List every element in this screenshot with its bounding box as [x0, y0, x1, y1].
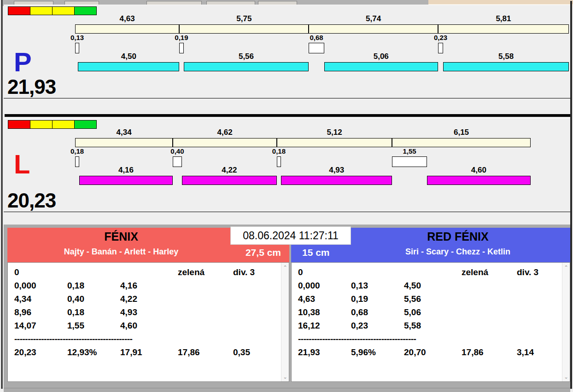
split-time-label: 5,74 — [366, 15, 381, 23]
table-cell: 5,06 — [404, 306, 462, 319]
table-cell: 3,14 — [517, 346, 562, 359]
exchange-time-label: 1,55 — [403, 148, 416, 155]
table-cell: 0 — [298, 265, 351, 279]
team-panel-fenix: FÉNIX Najty - Banán - Arlett - Harley 27… — [7, 228, 289, 382]
table-cell: 17,86 — [462, 346, 517, 359]
table-cell: 4,50 — [404, 279, 462, 292]
exchange-box — [309, 43, 324, 53]
team-names-zone: FÉNIX Najty - Banán - Arlett - Harley — [7, 228, 235, 262]
run-bar — [324, 62, 438, 71]
team-panel-red-fenix: RED FÉNIX Siri - Scary - Chezz - Ketlin … — [291, 228, 570, 382]
table-cell: 0,000 — [14, 279, 67, 292]
split-bar-segment — [75, 24, 179, 34]
table-cell: 17,86 — [178, 346, 233, 359]
lane-separator-bar — [5, 114, 570, 117]
table-cell: 1,55 — [67, 319, 120, 332]
table-cell — [233, 292, 281, 306]
status-light — [8, 6, 30, 15]
split-time-label: 4,62 — [217, 128, 233, 136]
lane-total-time: 21,93 — [7, 77, 56, 97]
run-time-label: 4,60 — [471, 166, 486, 174]
scroll-down-icon[interactable]: ⌄ — [281, 374, 289, 380]
scroll-down-icon[interactable]: ⌄ — [562, 374, 570, 380]
table-row: 14,071,554,60 — [8, 319, 281, 332]
run-time-label: 4,16 — [118, 166, 134, 174]
table-cell — [178, 292, 233, 306]
table-cell — [233, 319, 281, 332]
table-row: 0,0000,134,50 — [292, 279, 562, 292]
table-row: 21,935,96%20,7017,863,14 — [292, 346, 562, 359]
table-cell — [404, 265, 462, 279]
table-cell: 0,18 — [67, 306, 120, 319]
table-cell: 0,35 — [233, 346, 281, 359]
run-time-label: 4,22 — [222, 166, 237, 174]
table-cell: 0,13 — [351, 279, 404, 292]
split-time-label: 5,75 — [236, 15, 251, 23]
table-cell — [233, 306, 281, 319]
table-cell: 16,12 — [298, 319, 351, 332]
status-light — [52, 120, 75, 129]
table-cell: 4,34 — [14, 292, 67, 306]
scroll-up-icon[interactable]: ⌃ — [281, 264, 289, 271]
run-time-label: 5,56 — [239, 52, 254, 60]
table-cell: zelená — [462, 265, 517, 279]
team-name: FÉNIX — [7, 230, 235, 243]
table-cell: 8,96 — [14, 306, 67, 319]
table-cell: 4,63 — [298, 292, 351, 306]
run-time-label: 4,93 — [329, 166, 344, 174]
run-time-label: 5,58 — [498, 52, 514, 60]
table-cell — [517, 279, 562, 292]
lane-letter: L — [14, 151, 30, 178]
jump-height-label: 27,5 cm — [246, 247, 281, 258]
split-bar-segment — [277, 138, 392, 147]
table-row: 0zelenádiv. 3 — [292, 265, 562, 279]
table-row: 16,120,235,58 — [292, 319, 562, 332]
results-text-area[interactable]: 0zelenádiv. 30,0000,134,504,630,195,5610… — [291, 262, 570, 382]
scrollbar[interactable]: ⌃ ⌄ — [281, 263, 289, 381]
scroll-up-icon[interactable]: ⌃ — [562, 264, 570, 271]
status-light — [74, 120, 97, 129]
split-bar-segment — [75, 138, 173, 147]
table-cell: div. 3 — [517, 265, 562, 279]
teams-section: FÉNIX Najty - Banán - Arlett - Harley 27… — [4, 225, 570, 392]
table-cell — [351, 265, 404, 279]
split-time-label: 5,81 — [496, 15, 511, 23]
exchange-box — [173, 156, 182, 167]
exchange-time-label: 0,18 — [272, 148, 286, 155]
split-bar-segment — [173, 138, 277, 147]
table-row: 4,340,404,22 — [8, 292, 281, 306]
split-time-label: 6,15 — [454, 128, 469, 136]
exchange-time-label: 0,13 — [70, 34, 84, 41]
status-strip — [8, 6, 96, 15]
table-cell — [462, 292, 517, 306]
table-row: 0zelenádiv. 3 — [8, 265, 281, 279]
results-text-area[interactable]: 0zelenádiv. 30,0000,184,164,340,404,228,… — [7, 262, 289, 382]
status-light — [8, 120, 30, 129]
divider — [4, 388, 570, 388]
exchange-time-label: 0,19 — [175, 34, 188, 41]
table-cell — [462, 319, 517, 332]
lane-panel-l: L 20,23 4,340,184,164,620,404,225,120,18… — [4, 118, 570, 225]
run-bar — [281, 176, 392, 185]
exchange-box — [179, 43, 183, 53]
table-cell — [178, 306, 233, 319]
table-cell: 4,22 — [120, 292, 178, 306]
scrollbar[interactable]: ⌃ ⌄ — [562, 263, 570, 381]
table-cell: 4,93 — [120, 306, 178, 319]
table-cell: 10,38 — [298, 306, 351, 319]
split-time-label: 4,63 — [120, 15, 135, 23]
table-cell: 5,58 — [404, 319, 462, 332]
table-cell: 0 — [14, 265, 67, 279]
lane-panel-p: P 21,93 4,630,134,505,750,195,565,740,68… — [4, 5, 570, 115]
split-time-label: 5,12 — [327, 128, 342, 136]
exchange-box — [392, 156, 427, 167]
team-dogs: Najty - Banán - Arlett - Harley — [7, 247, 235, 257]
timestamp: 08.06.2024 11:27:11 — [230, 226, 351, 245]
divider — [4, 98, 570, 98]
run-time-label: 4,50 — [121, 52, 136, 60]
table-cell — [462, 279, 517, 292]
table-cell: 5,56 — [404, 292, 462, 306]
results-rows: 0zelenádiv. 30,0000,184,164,340,404,228,… — [8, 265, 281, 359]
table-cell: zelená — [178, 265, 233, 279]
split-bar-segment — [179, 24, 309, 34]
